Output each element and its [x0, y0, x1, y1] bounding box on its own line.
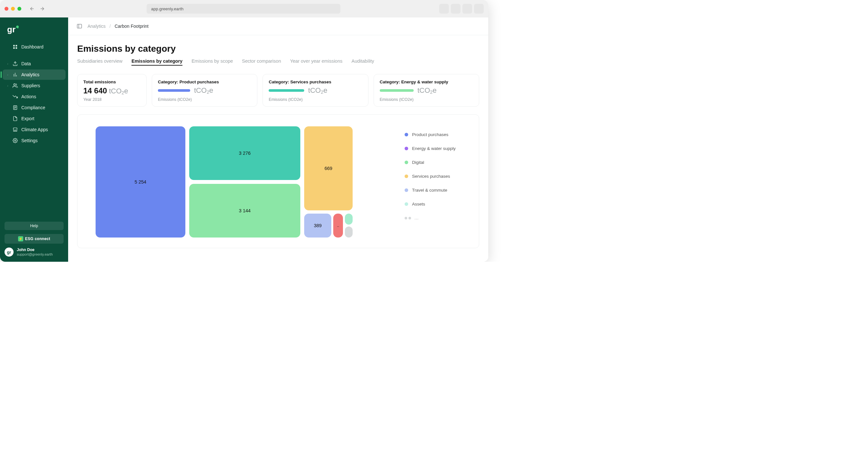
sidebar-item-label: Data: [21, 61, 31, 66]
card-unit: tCO2e: [417, 86, 437, 95]
user-info: John Doe support@greenly.earth: [17, 248, 53, 256]
legend-label: Travel & commute: [412, 188, 447, 193]
tab-emissions-by-category[interactable]: Emissions by category: [131, 58, 182, 66]
card-title: Category: Energy & water supply: [380, 80, 473, 84]
tab-year-over-year-emissions[interactable]: Year over year emissions: [290, 58, 342, 66]
legend-dot-icon: [405, 147, 408, 150]
card-subtext: Emissions (tCO2e): [158, 97, 251, 102]
svg-rect-16: [77, 24, 82, 28]
chrome-tab-placeholder[interactable]: [451, 4, 461, 13]
avatar-initials: gr: [7, 250, 11, 255]
sidebar-item-label: Analytics: [21, 72, 39, 77]
legend-item-travel-commute[interactable]: Travel & commute: [405, 188, 466, 193]
sidebar-item-dashboard[interactable]: Dashboard: [3, 42, 66, 52]
users-icon: [12, 83, 18, 89]
treemap-block-other-a[interactable]: [345, 213, 352, 225]
card-subtext: Emissions (tCO2e): [269, 97, 362, 102]
treemap-block-digital[interactable]: 669: [304, 126, 352, 210]
chrome-tab-placeholder[interactable]: [474, 4, 484, 13]
main: Analytics / Carbon Footprint Emissions b…: [68, 18, 488, 262]
card-value-unit: tCO2e: [109, 87, 128, 95]
legend-dot-icon: [405, 188, 408, 192]
card-subtext: Year 2018: [83, 97, 141, 102]
legend-dot-icon: [405, 161, 408, 164]
breadcrumb-level-1[interactable]: Analytics: [88, 24, 105, 29]
card-product-purchases: Category: Product purchases tCO2e Emissi…: [152, 74, 257, 107]
sidebar-item-actions[interactable]: Actions: [3, 91, 66, 102]
card-subtext: Emissions (tCO2e): [380, 97, 473, 102]
sidebar-item-settings[interactable]: Settings: [3, 136, 66, 146]
legend-label: Assets: [412, 202, 425, 206]
tab-sector-comparison[interactable]: Sector comparison: [242, 58, 281, 66]
card-unit: tCO2e: [194, 86, 213, 95]
logo[interactable]: gr: [0, 23, 68, 42]
sidebar-item-suppliers[interactable]: ›Suppliers: [3, 81, 66, 91]
tab-emissions-by-scope[interactable]: Emissions by scope: [191, 58, 233, 66]
svg-point-15: [14, 140, 16, 141]
app-window: app.greenly.earth gr Dashboard›Data›Anal…: [0, 0, 488, 262]
tab-subsidiaries-overview[interactable]: Subsidiaries overview: [77, 58, 122, 66]
legend-item-assets[interactable]: Assets: [405, 202, 466, 206]
sidebar-item-climate-apps[interactable]: Climate Apps: [3, 124, 66, 135]
panel-toggle-icon[interactable]: [76, 23, 82, 29]
audit-icon: [12, 105, 18, 111]
sidebar-item-export[interactable]: Export: [3, 113, 66, 124]
dashboard-icon: [12, 44, 18, 50]
treemap-block-product-purchases[interactable]: 5 254: [96, 126, 185, 237]
breadcrumb-sep: /: [110, 24, 111, 29]
card-title: Total emissions: [83, 80, 141, 84]
svg-point-10: [13, 84, 15, 85]
sidebar-list: Dashboard›Data›Analytics›SuppliersAction…: [0, 42, 68, 146]
sidebar-item-compliance[interactable]: Compliance: [3, 103, 66, 113]
legend-item-digital[interactable]: Digital: [405, 160, 466, 165]
chrome-tab-placeholder[interactable]: [439, 4, 449, 13]
minimize-window-icon[interactable]: [11, 7, 15, 11]
window-controls: [4, 7, 21, 11]
treemap-block-assets[interactable]: ..: [333, 213, 343, 237]
user-menu[interactable]: gr John Doe support@greenly.earth: [4, 248, 64, 257]
sidebar-item-data[interactable]: ›Data: [3, 58, 66, 69]
treemap-block-travel-commute[interactable]: 389: [304, 213, 331, 237]
url-bar[interactable]: app.greenly.earth: [147, 4, 340, 13]
breadcrumb-level-2[interactable]: Carbon Footprint: [115, 24, 149, 29]
legend-label: Digital: [412, 160, 424, 165]
leaf-icon: [16, 25, 19, 28]
card-bar-row: tCO2e: [269, 86, 362, 95]
card-bar: [269, 89, 304, 92]
close-window-icon[interactable]: [4, 7, 8, 11]
legend-item-energy-water-supply[interactable]: Energy & water supply: [405, 146, 466, 151]
legend-item-services-purchases[interactable]: Services purchases: [405, 174, 466, 179]
legend-more[interactable]: …: [405, 215, 466, 221]
tab-auditability[interactable]: Auditability: [351, 58, 374, 66]
storefront-icon: [12, 127, 18, 133]
back-button[interactable]: [28, 4, 36, 13]
logo-text: gr: [7, 25, 16, 35]
sidebar-item-analytics[interactable]: ›Analytics: [3, 69, 66, 80]
maximize-window-icon[interactable]: [18, 7, 21, 11]
nav-arrows: [28, 4, 46, 13]
chrome-tab-buttons: [439, 4, 484, 13]
card-bar: [380, 89, 414, 92]
card-total-emissions: Total emissions 14 640 tCO2e Year 2018: [77, 74, 147, 107]
esg-connect-label: ESG connect: [25, 236, 51, 241]
url-text: app.greenly.earth: [151, 6, 183, 11]
tabs: Subsidiaries overviewEmissions by catego…: [77, 58, 479, 66]
esg-connect-button[interactable]: ⚡ ESG connect: [4, 234, 64, 244]
card-value: 14 640 tCO2e: [83, 86, 141, 95]
chevron-right-icon: ›: [6, 62, 9, 66]
help-label: Help: [30, 224, 38, 228]
legend-dot-icon: [405, 133, 408, 136]
treemap-block-services-purchases[interactable]: 3 276: [189, 126, 300, 180]
help-button[interactable]: Help: [4, 222, 64, 230]
treemap-value: 389: [314, 223, 321, 228]
card-title: Category: Product purchases: [158, 80, 251, 84]
chrome-tab-placeholder[interactable]: [462, 4, 472, 13]
card-bar-row: tCO2e: [158, 86, 251, 95]
treemap-block-energy-water[interactable]: 3 144: [189, 184, 300, 237]
treemap-value: 3 276: [239, 151, 251, 156]
treemap-block-other-b[interactable]: [345, 227, 352, 237]
legend-item-product-purchases[interactable]: Product purchases: [405, 132, 466, 137]
forward-button[interactable]: [38, 4, 46, 13]
legend-dot-icon: [405, 217, 407, 220]
gear-icon: [12, 138, 18, 143]
